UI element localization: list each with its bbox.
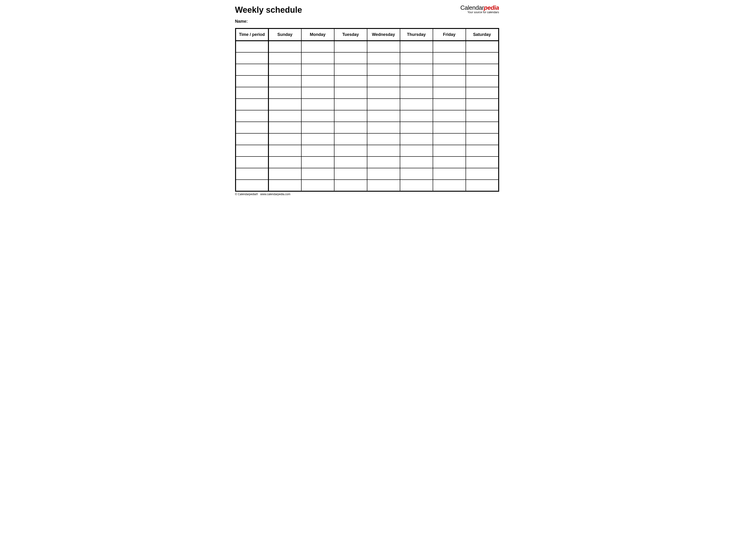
time-cell[interactable]: [235, 99, 268, 110]
schedule-cell[interactable]: [334, 64, 367, 75]
schedule-cell[interactable]: [367, 64, 400, 75]
schedule-cell[interactable]: [433, 52, 466, 64]
schedule-cell[interactable]: [433, 64, 466, 75]
schedule-cell[interactable]: [334, 122, 367, 133]
time-cell[interactable]: [235, 64, 268, 75]
time-cell[interactable]: [235, 87, 268, 99]
schedule-cell[interactable]: [400, 145, 433, 156]
time-cell[interactable]: [235, 133, 268, 145]
schedule-cell[interactable]: [268, 41, 301, 52]
schedule-cell[interactable]: [334, 156, 367, 168]
schedule-cell[interactable]: [301, 110, 334, 122]
schedule-cell[interactable]: [433, 75, 466, 87]
schedule-cell[interactable]: [433, 87, 466, 99]
schedule-cell[interactable]: [433, 180, 466, 191]
schedule-cell[interactable]: [433, 168, 466, 180]
schedule-cell[interactable]: [466, 168, 499, 180]
schedule-cell[interactable]: [400, 168, 433, 180]
schedule-cell[interactable]: [400, 41, 433, 52]
schedule-cell[interactable]: [433, 41, 466, 52]
schedule-cell[interactable]: [433, 99, 466, 110]
schedule-cell[interactable]: [400, 64, 433, 75]
schedule-cell[interactable]: [268, 75, 301, 87]
schedule-cell[interactable]: [466, 75, 499, 87]
schedule-cell[interactable]: [334, 145, 367, 156]
schedule-cell[interactable]: [301, 99, 334, 110]
time-cell[interactable]: [235, 52, 268, 64]
schedule-cell[interactable]: [334, 52, 367, 64]
schedule-cell[interactable]: [268, 52, 301, 64]
time-cell[interactable]: [235, 168, 268, 180]
schedule-cell[interactable]: [301, 75, 334, 87]
schedule-cell[interactable]: [268, 168, 301, 180]
schedule-cell[interactable]: [301, 41, 334, 52]
schedule-cell[interactable]: [433, 145, 466, 156]
schedule-cell[interactable]: [334, 99, 367, 110]
schedule-cell[interactable]: [301, 87, 334, 99]
time-cell[interactable]: [235, 122, 268, 133]
schedule-cell[interactable]: [268, 64, 301, 75]
schedule-cell[interactable]: [268, 99, 301, 110]
schedule-cell[interactable]: [433, 110, 466, 122]
schedule-cell[interactable]: [301, 145, 334, 156]
schedule-cell[interactable]: [433, 156, 466, 168]
time-cell[interactable]: [235, 156, 268, 168]
schedule-cell[interactable]: [367, 180, 400, 191]
schedule-cell[interactable]: [400, 133, 433, 145]
schedule-cell[interactable]: [301, 156, 334, 168]
schedule-cell[interactable]: [433, 133, 466, 145]
schedule-cell[interactable]: [400, 110, 433, 122]
schedule-cell[interactable]: [268, 145, 301, 156]
schedule-cell[interactable]: [367, 41, 400, 52]
schedule-cell[interactable]: [367, 133, 400, 145]
schedule-cell[interactable]: [400, 156, 433, 168]
schedule-cell[interactable]: [301, 180, 334, 191]
schedule-cell[interactable]: [367, 145, 400, 156]
time-cell[interactable]: [235, 75, 268, 87]
schedule-cell[interactable]: [334, 87, 367, 99]
time-cell[interactable]: [235, 180, 268, 191]
schedule-cell[interactable]: [466, 64, 499, 75]
schedule-cell[interactable]: [367, 75, 400, 87]
schedule-cell[interactable]: [367, 156, 400, 168]
schedule-cell[interactable]: [268, 122, 301, 133]
schedule-cell[interactable]: [301, 64, 334, 75]
schedule-cell[interactable]: [466, 52, 499, 64]
schedule-cell[interactable]: [400, 75, 433, 87]
schedule-cell[interactable]: [334, 168, 367, 180]
schedule-cell[interactable]: [433, 122, 466, 133]
schedule-cell[interactable]: [400, 87, 433, 99]
schedule-cell[interactable]: [301, 168, 334, 180]
schedule-cell[interactable]: [466, 180, 499, 191]
schedule-cell[interactable]: [466, 133, 499, 145]
schedule-cell[interactable]: [466, 99, 499, 110]
schedule-cell[interactable]: [367, 168, 400, 180]
schedule-cell[interactable]: [268, 156, 301, 168]
schedule-cell[interactable]: [367, 122, 400, 133]
schedule-cell[interactable]: [400, 180, 433, 191]
schedule-cell[interactable]: [367, 99, 400, 110]
schedule-cell[interactable]: [400, 52, 433, 64]
schedule-cell[interactable]: [334, 75, 367, 87]
schedule-cell[interactable]: [400, 122, 433, 133]
schedule-cell[interactable]: [334, 133, 367, 145]
schedule-cell[interactable]: [466, 145, 499, 156]
schedule-cell[interactable]: [466, 41, 499, 52]
schedule-cell[interactable]: [334, 110, 367, 122]
schedule-cell[interactable]: [334, 41, 367, 52]
time-cell[interactable]: [235, 145, 268, 156]
schedule-cell[interactable]: [400, 99, 433, 110]
schedule-cell[interactable]: [301, 122, 334, 133]
schedule-cell[interactable]: [268, 180, 301, 191]
schedule-cell[interactable]: [367, 110, 400, 122]
schedule-cell[interactable]: [466, 110, 499, 122]
schedule-cell[interactable]: [466, 122, 499, 133]
schedule-cell[interactable]: [301, 133, 334, 145]
schedule-cell[interactable]: [268, 133, 301, 145]
schedule-cell[interactable]: [268, 87, 301, 99]
schedule-cell[interactable]: [367, 52, 400, 64]
schedule-cell[interactable]: [334, 180, 367, 191]
time-cell[interactable]: [235, 110, 268, 122]
time-cell[interactable]: [235, 41, 268, 52]
schedule-cell[interactable]: [268, 110, 301, 122]
